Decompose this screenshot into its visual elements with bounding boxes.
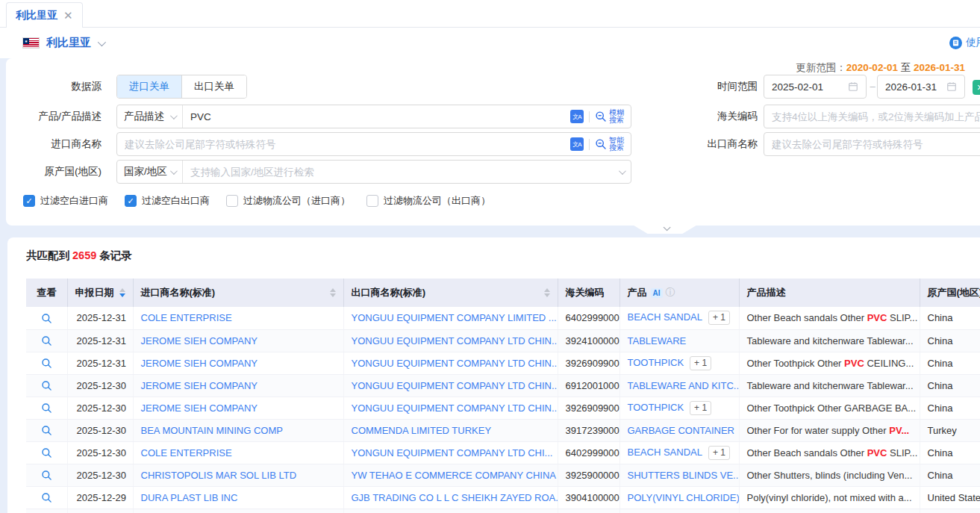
product-link[interactable]: TOOTHPICK: [628, 357, 684, 368]
importer-link[interactable]: COLE ENTERPRISE: [141, 312, 232, 323]
checkbox-filter-logistics-exporter[interactable]: 过滤物流公司（出口商）: [366, 194, 490, 208]
product-link[interactable]: BEACH SANDAL: [628, 311, 702, 323]
col-exporter[interactable]: 出口商名称(标准): [343, 279, 558, 307]
importer-link[interactable]: CHRISTOPOLIS MAR SOL LIB LTD: [141, 470, 297, 481]
end-date-picker[interactable]: 2026-01-31: [877, 75, 965, 99]
origin-country: China: [920, 329, 980, 352]
checkbox-filter-blank-exporter[interactable]: ✓ 过滤空白出口商: [125, 194, 210, 208]
view-details-button[interactable]: [41, 492, 52, 503]
fuzzy-search-icon: [595, 111, 607, 122]
chevron-down-icon: [619, 167, 626, 175]
product-search-input[interactable]: [183, 105, 570, 128]
product-link[interactable]: BEACH SANDAL: [628, 447, 702, 458]
view-details-button[interactable]: [41, 425, 52, 436]
importer-link[interactable]: COLE ENTERPRISE: [141, 447, 232, 458]
view-details-button[interactable]: [41, 358, 52, 369]
origin-country-input[interactable]: [183, 161, 619, 183]
view-details-button[interactable]: [41, 335, 52, 346]
exporter-link[interactable]: YONGUN EQUIPMENT COMPANY LTD CHI...: [352, 447, 553, 458]
hs-code: 3904100000: [558, 486, 619, 509]
origin-country-group: 国家/地区: [116, 160, 631, 184]
product-link[interactable]: POLY(VINYL CHLORIDE): [628, 492, 740, 503]
sort-icon[interactable]: [119, 288, 125, 297]
importer-link[interactable]: JEROME SIEH COMPANY: [141, 335, 258, 346]
view-details-button[interactable]: [41, 447, 52, 458]
help-tutorial-link[interactable]: 使用教程: [949, 36, 980, 49]
fuzzy-search-button[interactable]: 模糊搜索: [595, 109, 624, 124]
tab-close-icon[interactable]: ✕: [63, 10, 73, 21]
origin-country: China: [920, 374, 980, 397]
more-products-badge[interactable]: + 1: [708, 446, 730, 460]
product-link[interactable]: TABLEWARE AND KITC...: [628, 380, 740, 391]
importer-link[interactable]: BEA MOUNTAIN MINING COMP: [141, 425, 283, 436]
collapse-panel-handle[interactable]: [631, 224, 699, 234]
exporter-link[interactable]: YW TEHAO E COMMERCE COMPANY CHINA: [352, 470, 556, 481]
importer-link[interactable]: JEROME SIEH COMPANY: [141, 402, 258, 414]
importer-link[interactable]: DURA PLAST LIB INC: [141, 492, 238, 503]
search-filter-panel: 更新范围：2020-02-01 至 2026-01-31 数据源 进口关单 出口…: [6, 58, 980, 226]
table-row-partial: [26, 509, 980, 513]
filter-checkbox-row: ✓ 过滤空白进口商 ✓ 过滤空白出口商 过滤物流公司（进口商） 过滤物流公司（出…: [23, 194, 490, 208]
importer-link[interactable]: JEROME SIEH COMPANY: [141, 358, 258, 369]
more-products-badge[interactable]: + 1: [690, 401, 711, 415]
declare-date: 2025-12-30: [67, 419, 133, 441]
hs-code-group: [764, 105, 980, 128]
product-link[interactable]: GARBAGE CONTAINER: [628, 425, 735, 436]
exporter-link[interactable]: YONGUU EQUIPMENT COMPANY LTD CHIN...: [352, 380, 558, 391]
translate-icon[interactable]: 文A: [570, 110, 584, 123]
product-link[interactable]: TABLEWARE: [628, 335, 687, 346]
importer-search-group: 文A 智能搜索: [116, 132, 631, 156]
checkbox-checked-icon: ✓: [125, 195, 137, 207]
table-row: 2025-12-29 DURA PLAST LIB INC GJB TRADIN…: [26, 486, 980, 509]
tab-export-customs[interactable]: 出口关单: [182, 75, 246, 98]
col-product: 产品AIⓘ: [619, 279, 739, 307]
origin-country: China: [920, 397, 980, 419]
smart-search-button[interactable]: 智能搜索: [595, 137, 624, 152]
sort-icon[interactable]: [544, 288, 550, 297]
product-field-select[interactable]: 产品描述: [117, 105, 183, 128]
exporter-link[interactable]: YONGUU EQUIPMENT COMPANY LTD CHIN...: [352, 335, 558, 346]
exporter-link[interactable]: YONGUU EQUIPMENT COMPANY LIMITED ...: [352, 312, 557, 323]
product-description: Other Shutters, blinds (including Ven...: [739, 464, 920, 486]
exporter-link[interactable]: YONGUU EQUIPMENT COMPANY LTD CHIN...: [352, 402, 558, 414]
chevron-down-icon[interactable]: [98, 37, 106, 46]
app-window: 利比里亚 ✕ ★ 利比里亚 使用教程 更新范围：2020-02-01 至 202…: [0, 0, 980, 513]
checkbox-unchecked-icon: [226, 195, 238, 207]
exporter-link[interactable]: GJB TRADING CO L L C SHEIKH ZAYED ROA...: [352, 492, 558, 503]
exporter-link[interactable]: YONGUU EQUIPMENT COMPANY LTD CHIN...: [352, 358, 558, 369]
translate-icon[interactable]: 文A: [570, 137, 584, 151]
product-link[interactable]: SHUTTERS BLINDS VE...: [628, 470, 740, 481]
view-details-button[interactable]: [41, 313, 52, 324]
sort-icon[interactable]: [330, 288, 336, 297]
col-origin: 原产国(地区): [920, 279, 980, 307]
col-declare-date[interactable]: 申报日期: [67, 279, 133, 307]
more-products-badge[interactable]: + 1: [708, 311, 730, 325]
origin-field-select[interactable]: 国家/地区: [117, 161, 183, 183]
more-products-badge[interactable]: + 1: [690, 356, 711, 370]
excel-export-icon[interactable]: ✕: [973, 80, 980, 95]
exporter-link[interactable]: COMMENDA LIMITED TURKEY: [352, 425, 492, 436]
table-row: 2025-12-30 BEA MOUNTAIN MINING COMP COMM…: [26, 419, 980, 441]
checkbox-filter-logistics-importer[interactable]: 过滤物流公司（进口商）: [226, 194, 350, 208]
tab-liberia[interactable]: 利比里亚 ✕: [6, 2, 83, 28]
time-range-label: 时间范围: [663, 75, 758, 99]
results-table: 查看 申报日期 进口商名称(标准) 出口商名称(标准) 海关编码 产品AIⓘ 产…: [26, 279, 980, 513]
product-link[interactable]: TOOTHPICK: [628, 402, 684, 413]
exporter-name-input[interactable]: [764, 133, 980, 155]
calendar-icon: [946, 81, 957, 92]
start-date-picker[interactable]: 2025-02-01: [764, 75, 867, 99]
col-importer[interactable]: 进口商名称(标准): [133, 279, 343, 307]
view-details-button[interactable]: [41, 380, 52, 391]
view-details-button[interactable]: [41, 402, 52, 414]
importer-name-input[interactable]: [117, 133, 570, 155]
tab-import-customs[interactable]: 进口关单: [117, 75, 182, 98]
view-details-button[interactable]: [41, 470, 52, 481]
info-icon[interactable]: ⓘ: [666, 286, 675, 299]
calendar-icon: [848, 81, 858, 92]
checkbox-filter-blank-importer[interactable]: ✓ 过滤空白进口商: [23, 194, 108, 208]
results-panel: 共匹配到2659条记录 查看 申报日期 进口商名称(标准) 出口商名称(标准): [7, 237, 980, 513]
importer-link[interactable]: JEROME SIEH COMPANY: [141, 380, 258, 391]
hs-code-input[interactable]: [764, 105, 980, 128]
country-title[interactable]: 利比里亚: [46, 36, 91, 50]
chevron-down-icon: [663, 223, 670, 231]
